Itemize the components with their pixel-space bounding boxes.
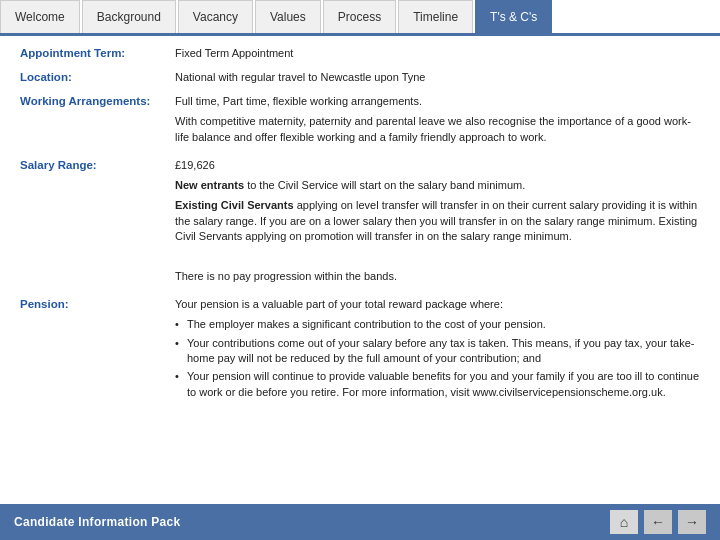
- tab-process[interactable]: Process: [323, 0, 396, 33]
- working-arrangements-value: Full time, Part time, flexible working a…: [175, 94, 700, 150]
- home-button[interactable]: ⌂: [610, 510, 638, 534]
- main-content: Appointment Term: Fixed Term Appointment…: [0, 36, 720, 504]
- forward-icon: →: [685, 514, 699, 530]
- tab-process-label: Process: [338, 10, 381, 24]
- pension-bullets-list: The employer makes a significant contrib…: [175, 317, 700, 400]
- footer-icons: ⌂ ← →: [610, 510, 706, 534]
- home-icon: ⌂: [620, 514, 628, 530]
- tab-timeline[interactable]: Timeline: [398, 0, 473, 33]
- tab-vacancy[interactable]: Vacancy: [178, 0, 253, 33]
- working-arrangements-text: Full time, Part time, flexible working a…: [175, 94, 700, 110]
- location-label: Location:: [20, 70, 175, 83]
- footer: Candidate Information Pack ⌂ ← →: [0, 504, 720, 540]
- appointment-term-value: Fixed Term Appointment: [175, 46, 700, 62]
- forward-button[interactable]: →: [678, 510, 706, 534]
- salary-range-value: £19,626 New entrants to the Civil Servic…: [175, 158, 700, 290]
- tab-ts-cs[interactable]: T's & C's: [475, 0, 552, 33]
- pension-bullet-3: Your pension will continue to provide va…: [175, 369, 700, 400]
- working-arrangements-row: Working Arrangements: Full time, Part ti…: [20, 94, 700, 150]
- working-extra-text: With competitive maternity, paternity an…: [175, 114, 700, 146]
- pension-bullet-2: Your contributions come out of your sala…: [175, 336, 700, 367]
- pension-value: Your pension is a valuable part of your …: [175, 297, 700, 403]
- pension-row: Pension: Your pension is a valuable part…: [20, 297, 700, 403]
- tab-values-label: Values: [270, 10, 306, 24]
- appointment-term-text: Fixed Term Appointment: [175, 47, 293, 59]
- back-button[interactable]: ←: [644, 510, 672, 534]
- pension-intro: Your pension is a valuable part of your …: [175, 297, 700, 313]
- salary-range-row: Salary Range: £19,626 New entrants to th…: [20, 158, 700, 290]
- tab-background[interactable]: Background: [82, 0, 176, 33]
- pension-label: Pension:: [20, 297, 175, 310]
- location-value: National with regular travel to Newcastl…: [175, 70, 700, 86]
- salary-range-label: Salary Range:: [20, 158, 175, 171]
- salary-existing-para: Existing Civil Servants applying on leve…: [175, 198, 700, 246]
- location-row: Location: National with regular travel t…: [20, 70, 700, 86]
- tab-values[interactable]: Values: [255, 0, 321, 33]
- tab-welcome-label: Welcome: [15, 10, 65, 24]
- new-entrants-bold: New entrants: [175, 179, 244, 191]
- working-arrangements-label: Working Arrangements:: [20, 94, 175, 107]
- salary-amount: £19,626: [175, 158, 700, 174]
- existing-bold: Existing Civil Servants: [175, 199, 294, 211]
- tab-timeline-label: Timeline: [413, 10, 458, 24]
- tab-ts-cs-label: T's & C's: [490, 10, 537, 24]
- location-text: National with regular travel to Newcastl…: [175, 71, 426, 83]
- new-entrants-text: to the Civil Service will start on the s…: [244, 179, 525, 191]
- salary-new-entrants-para: New entrants to the Civil Service will s…: [175, 178, 700, 194]
- appointment-term-row: Appointment Term: Fixed Term Appointment: [20, 46, 700, 62]
- no-progression-text: There is no pay progression within the b…: [175, 269, 700, 285]
- tab-welcome[interactable]: Welcome: [0, 0, 80, 33]
- tab-vacancy-label: Vacancy: [193, 10, 238, 24]
- appointment-term-label: Appointment Term:: [20, 46, 175, 59]
- tab-background-label: Background: [97, 10, 161, 24]
- back-icon: ←: [651, 514, 665, 530]
- pension-bullet-1: The employer makes a significant contrib…: [175, 317, 700, 332]
- footer-title: Candidate Information Pack: [14, 515, 181, 529]
- nav-bar: Welcome Background Vacancy Values Proces…: [0, 0, 720, 36]
